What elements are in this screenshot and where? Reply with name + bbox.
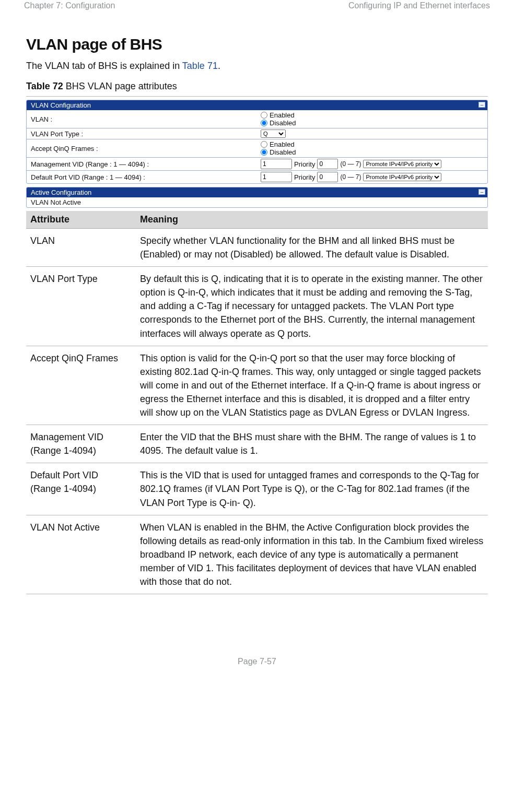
vlan-enabled-text: Enabled <box>270 111 295 119</box>
table-reference-link[interactable]: Table 71 <box>182 61 218 71</box>
mgmt-vid-priority-input[interactable] <box>317 159 338 169</box>
mgmt-vid-label: Management VID (Range : 1 — 4094) : <box>31 160 261 168</box>
accept-qinq-radio-group: Enabled Disabled <box>261 140 296 156</box>
section-context: Configuring IP and Ethernet interfaces <box>348 1 490 10</box>
attr-name: VLAN Port Type <box>26 267 136 346</box>
table-row: VLAN Specify whether VLAN functionality … <box>26 229 488 267</box>
default-vid-priority-input[interactable] <box>317 172 338 182</box>
page-footer: Page 7-57 <box>15 657 499 677</box>
row-vlan-not-active: VLAN Not Active <box>27 197 487 207</box>
attr-name: VLAN <box>26 229 136 267</box>
default-vid-label: Default Port VID (Range : 1 — 4094) : <box>31 173 261 181</box>
table-row: VLAN Port Type By default this is Q, ind… <box>26 267 488 346</box>
accept-qinq-enabled-option[interactable]: Enabled <box>261 140 296 148</box>
vlan-label: VLAN : <box>31 115 261 123</box>
port-type-select[interactable]: Q <box>261 130 286 138</box>
vlan-enabled-radio[interactable] <box>261 112 267 119</box>
chapter-label: Chapter 7: Configuration <box>24 1 115 10</box>
collapse-icon[interactable]: – <box>478 102 485 108</box>
vlan-disabled-text: Disabled <box>270 119 296 127</box>
row-mgmt-vid: Management VID (Range : 1 — 4094) : Prio… <box>27 158 487 171</box>
accept-qinq-enabled-text: Enabled <box>270 140 295 148</box>
vlan-enabled-option[interactable]: Enabled <box>261 111 296 119</box>
vlan-config-title: VLAN Configuration <box>31 101 91 109</box>
row-port-type: VLAN Port Type : Q <box>27 128 487 139</box>
accept-qinq-disabled-radio[interactable] <box>261 149 267 156</box>
vlan-disabled-radio[interactable] <box>261 120 267 126</box>
section-title: VLAN page of BHS <box>26 36 488 53</box>
mgmt-vid-range: (0 — 7) <box>340 160 361 168</box>
attr-name: Default Port VID (Range 1-4094) <box>26 463 136 515</box>
accept-qinq-disabled-text: Disabled <box>270 148 296 156</box>
vlan-not-active-text: VLAN Not Active <box>31 198 81 206</box>
mgmt-vid-input[interactable] <box>261 159 292 169</box>
attr-meaning: This is the VID that is used for untagge… <box>136 463 488 515</box>
col-header-attribute: Attribute <box>26 211 136 229</box>
attr-meaning: Enter the VID that the BHS must share wi… <box>136 425 488 463</box>
vlan-config-titlebar: VLAN Configuration – <box>27 100 487 110</box>
attr-meaning: When VLAN is enabled in the BHM, the Act… <box>136 515 488 594</box>
attribute-table: Attribute Meaning VLAN Specify whether V… <box>26 211 488 594</box>
mgmt-vid-priority-label: Priority <box>294 160 315 168</box>
col-header-meaning: Meaning <box>136 211 488 229</box>
vlan-disabled-option[interactable]: Disabled <box>261 119 296 127</box>
row-default-vid: Default Port VID (Range : 1 — 4094) : Pr… <box>27 171 487 183</box>
default-vid-input[interactable] <box>261 172 292 182</box>
accept-qinq-label: Accept QinQ Frames : <box>31 145 261 152</box>
attr-meaning: Specify whether VLAN functionality for t… <box>136 229 488 267</box>
row-accept-qinq: Accept QinQ Frames : Enabled Disabled <box>27 139 487 158</box>
attr-name: Management VID (Range 1-4094) <box>26 425 136 463</box>
active-configuration-panel: Active Configuration – VLAN Not Active <box>26 187 488 208</box>
port-type-label: VLAN Port Type : <box>31 130 261 138</box>
table-row: Management VID (Range 1-4094) Enter the … <box>26 425 488 463</box>
vlan-radio-group: Enabled Disabled <box>261 111 296 127</box>
running-header: Chapter 7: Configuration Configuring IP … <box>15 1 499 10</box>
table-row: Accept QinQ Frames This option is valid … <box>26 346 488 425</box>
config-panels-wrap: VLAN Configuration – VLAN : Enabled Disa… <box>26 96 488 208</box>
attr-meaning: This option is valid for the Q-in-Q port… <box>136 346 488 425</box>
active-config-titlebar: Active Configuration – <box>27 187 487 197</box>
intro-text-before: The VLAN tab of BHS is explained in <box>26 61 182 71</box>
vlan-configuration-panel: VLAN Configuration – VLAN : Enabled Disa… <box>26 100 488 184</box>
row-vlan: VLAN : Enabled Disabled <box>27 110 487 128</box>
accept-qinq-enabled-radio[interactable] <box>261 141 267 148</box>
active-config-title: Active Configuration <box>31 189 91 196</box>
collapse-icon[interactable]: – <box>478 189 485 195</box>
table-caption: Table 72 BHS VLAN page attributes <box>26 81 488 92</box>
intro-paragraph: The VLAN tab of BHS is explained in Tabl… <box>26 61 488 72</box>
mgmt-vid-promote-select[interactable]: Promote IPv4/IPv6 priority <box>363 160 441 168</box>
accept-qinq-disabled-option[interactable]: Disabled <box>261 148 296 156</box>
attr-meaning: By default this is Q, indicating that it… <box>136 267 488 346</box>
default-vid-promote-select[interactable]: Promote IPv4/IPv6 priority <box>363 173 441 181</box>
attr-name: VLAN Not Active <box>26 515 136 594</box>
default-vid-priority-label: Priority <box>294 173 315 181</box>
table-row: Default Port VID (Range 1-4094) This is … <box>26 463 488 515</box>
table-caption-label: Table 72 <box>26 81 63 91</box>
intro-text-after: . <box>218 61 220 71</box>
table-caption-text: BHS VLAN page attributes <box>63 81 177 91</box>
attr-name: Accept QinQ Frames <box>26 346 136 425</box>
table-row: VLAN Not Active When VLAN is enabled in … <box>26 515 488 594</box>
default-vid-range: (0 — 7) <box>340 173 361 181</box>
